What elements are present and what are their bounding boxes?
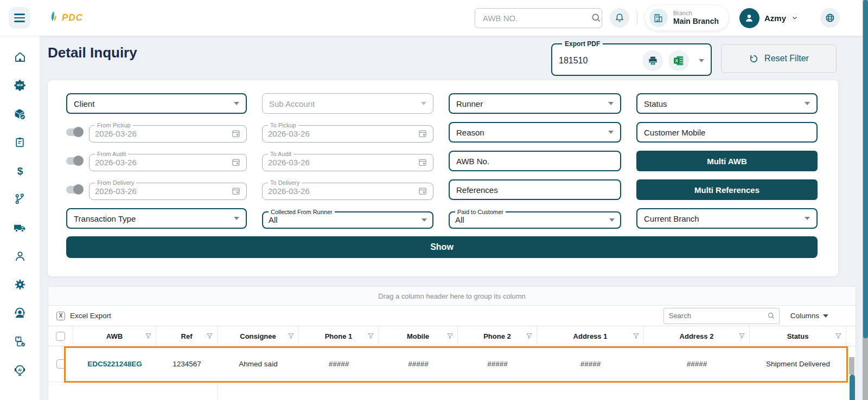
export-pdf-value[interactable]: 181510: [559, 56, 637, 66]
column-header-consignee[interactable]: Consignee: [218, 326, 299, 346]
column-header-ref[interactable]: Ref: [156, 326, 218, 346]
column-header-awb[interactable]: AWB: [73, 326, 156, 346]
delivery-date-toggle[interactable]: [66, 186, 82, 193]
multi-awb-button[interactable]: Multi AWB: [636, 151, 818, 171]
runner-dropdown[interactable]: Runner: [449, 93, 621, 114]
export-dropdown-caret[interactable]: [699, 59, 704, 62]
filter-funnel-icon[interactable]: [525, 332, 533, 340]
reason-dropdown[interactable]: Reason: [449, 122, 621, 143]
from-pickup-date-field[interactable]: From Pickup 2026-03-26: [89, 122, 247, 143]
multi-references-button[interactable]: Multi References: [636, 179, 818, 200]
calendar-icon[interactable]: [231, 157, 241, 167]
column-header-status[interactable]: Status: [750, 326, 846, 346]
client-dropdown[interactable]: Client: [66, 93, 247, 114]
row-checkbox[interactable]: [56, 359, 66, 369]
columns-chooser-button[interactable]: Columns: [790, 312, 828, 320]
from-audit-date-field[interactable]: From Audit 2026-03-26: [89, 151, 247, 171]
column-header-phone1[interactable]: Phone 1: [299, 326, 379, 346]
avatar: [739, 8, 760, 28]
new-badge-icon: NEW: [13, 79, 27, 92]
awb-search-input[interactable]: [483, 14, 591, 23]
sidebar-item-customers[interactable]: [0, 242, 40, 271]
column-header-address1[interactable]: Address 1: [537, 326, 644, 346]
app-logo[interactable]: PDC: [49, 11, 83, 25]
sidebar-item-fleet[interactable]: [0, 214, 40, 242]
bell-icon: [614, 12, 625, 23]
calendar-icon[interactable]: [231, 128, 241, 138]
filter-funnel-icon[interactable]: [632, 332, 640, 340]
calendar-icon[interactable]: [418, 157, 427, 167]
branch-selector[interactable]: Branch Main Branch: [645, 5, 729, 30]
column-header-address2[interactable]: Address 2: [644, 326, 750, 346]
sidebar-item-orders[interactable]: [0, 128, 40, 157]
sidebar-item-shipments[interactable]: [0, 100, 40, 128]
excel-icon: X: [673, 55, 685, 67]
calendar-icon[interactable]: [231, 186, 241, 196]
page-scrollbar-thumb[interactable]: [863, 0, 868, 338]
show-button[interactable]: Show: [66, 236, 818, 258]
filter-funnel-icon[interactable]: [446, 332, 454, 340]
language-button[interactable]: [820, 8, 840, 28]
user-name: Azmy: [764, 14, 786, 23]
results-grid: Drag a column header here to group its c…: [48, 286, 856, 400]
status-dropdown[interactable]: Status: [636, 93, 818, 114]
references-input[interactable]: [456, 185, 614, 195]
reset-filter-button[interactable]: Reset Filter: [721, 44, 837, 73]
branch-label: Branch: [673, 10, 719, 17]
excel-export-button[interactable]: X Excel Export: [56, 312, 111, 320]
sidebar-item-ai-assistant[interactable]: AI: [0, 356, 40, 385]
ref-cell: 1234567: [156, 360, 218, 368]
sidebar-item-inventory[interactable]: [0, 327, 40, 356]
filter-funnel-icon[interactable]: [287, 332, 295, 340]
grid-scrollbar[interactable]: [848, 346, 856, 400]
user-menu[interactable]: Azmy: [739, 8, 799, 28]
column-header-mobile[interactable]: Mobile: [379, 326, 458, 346]
column-header-phone2[interactable]: Phone 2: [458, 326, 537, 346]
sidebar-item-settings[interactable]: [0, 270, 40, 299]
pickup-date-toggle[interactable]: [66, 128, 82, 136]
awb-no-input[interactable]: [456, 157, 614, 166]
collected-from-runner-dropdown[interactable]: Collected From Runner All: [262, 209, 433, 229]
sidebar-item-home[interactable]: [0, 43, 40, 72]
calendar-icon[interactable]: [418, 186, 427, 196]
sidebar-item-workflow[interactable]: [0, 185, 40, 214]
top-bar: PDC Branch Main Branch: [0, 0, 868, 36]
print-button[interactable]: [642, 50, 663, 71]
to-audit-date-field[interactable]: To Audit 2026-03-26: [262, 151, 433, 171]
table-row[interactable]: EDC5221248EG 1234567 Ahmed said ##### ##…: [48, 346, 856, 382]
paid-to-customer-dropdown[interactable]: Paid to Customer All: [449, 209, 621, 229]
sidebar-item-payments[interactable]: $: [0, 157, 40, 185]
grid-search-input[interactable]: [669, 312, 767, 320]
notifications-button[interactable]: [610, 8, 629, 28]
transaction-type-dropdown[interactable]: Transaction Type: [66, 208, 247, 229]
to-delivery-date-field[interactable]: To Delivery 2026-03-26: [262, 179, 433, 200]
grid-scrollbar-thumb[interactable]: [850, 375, 855, 400]
sidebar-nav: NEW $ AI: [0, 36, 40, 400]
menu-hamburger-button[interactable]: [9, 7, 30, 29]
filter-funnel-icon[interactable]: [206, 332, 214, 340]
excel-button[interactable]: X: [668, 50, 689, 71]
customer-mobile-input[interactable]: [644, 128, 810, 137]
awb-link[interactable]: EDC5221248EG: [73, 360, 156, 368]
filter-funnel-icon[interactable]: [834, 332, 843, 340]
search-icon[interactable]: [591, 12, 602, 23]
grid-scrollbar-track[interactable]: [849, 357, 854, 375]
to-pickup-date-field[interactable]: To Pickup 2026-03-26: [262, 122, 433, 143]
select-all-checkbox[interactable]: [56, 332, 65, 341]
gear-icon: [14, 278, 27, 291]
from-delivery-date-field[interactable]: From Delivery 2026-03-26: [89, 179, 247, 200]
filter-funnel-icon[interactable]: [144, 332, 152, 340]
svg-text:AI: AI: [18, 368, 22, 372]
package-check-icon: [13, 107, 27, 121]
current-branch-dropdown[interactable]: Current Branch: [636, 208, 818, 229]
calendar-icon[interactable]: [418, 128, 427, 138]
home-icon: [14, 50, 27, 63]
audit-date-toggle[interactable]: [66, 157, 82, 165]
filter-funnel-icon[interactable]: [738, 332, 746, 340]
page-scrollbar[interactable]: [863, 0, 868, 400]
clipboard-icon: [14, 136, 26, 149]
sidebar-item-support[interactable]: [0, 299, 40, 328]
select-all-cell: [48, 326, 73, 346]
filter-funnel-icon[interactable]: [367, 332, 375, 340]
sidebar-item-whats-new[interactable]: NEW: [0, 72, 40, 100]
